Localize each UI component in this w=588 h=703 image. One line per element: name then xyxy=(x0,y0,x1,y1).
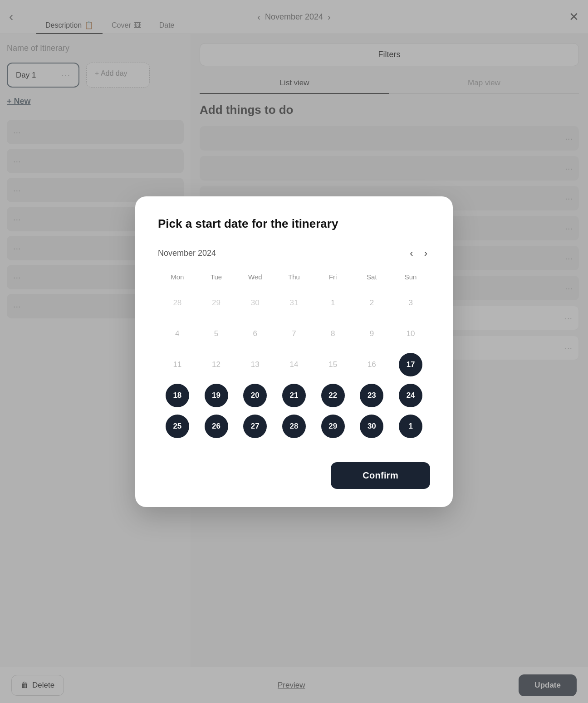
calendar-day[interactable]: 7 xyxy=(282,322,306,346)
weekday-thu: Thu xyxy=(274,269,314,288)
prev-month-button[interactable]: ‹ xyxy=(407,247,416,260)
calendar-day[interactable]: 25 xyxy=(166,415,189,438)
calendar-day-cell: 4 xyxy=(158,318,197,349)
calendar-week-row: 11121314151617 xyxy=(158,349,430,380)
calendar-day-cell: 24 xyxy=(391,380,430,411)
calendar-day[interactable]: 21 xyxy=(282,384,306,407)
calendar-day[interactable]: 31 xyxy=(282,291,306,315)
calendar-day[interactable]: 3 xyxy=(399,291,422,315)
calendar-day[interactable]: 10 xyxy=(399,322,422,346)
modal-overlay: Pick a start date for the itinerary Nove… xyxy=(0,0,588,703)
calendar-day[interactable]: 17 xyxy=(399,353,422,376)
calendar-day[interactable]: 29 xyxy=(321,415,345,438)
calendar-week-row: 45678910 xyxy=(158,318,430,349)
calendar-day[interactable]: 13 xyxy=(243,353,267,376)
calendar-weekday-row: Mon Tue Wed Thu Fri Sat Sun xyxy=(158,269,430,288)
calendar-day-cell: 30 xyxy=(353,411,392,442)
calendar-day-cell: 27 xyxy=(235,411,274,442)
calendar-day[interactable]: 5 xyxy=(205,322,228,346)
calendar-day[interactable]: 14 xyxy=(282,353,306,376)
calendar-day[interactable]: 8 xyxy=(321,322,345,346)
weekday-sun: Sun xyxy=(391,269,430,288)
calendar-navigation: ‹ › xyxy=(407,247,430,260)
calendar-day[interactable]: 6 xyxy=(243,322,267,346)
calendar-day-cell: 9 xyxy=(353,318,392,349)
confirm-label: Confirm xyxy=(363,470,398,480)
calendar-day-cell: 28 xyxy=(274,411,314,442)
calendar-day[interactable]: 23 xyxy=(360,384,383,407)
calendar-day-cell: 21 xyxy=(274,380,314,411)
calendar-day-cell: 11 xyxy=(158,349,197,380)
calendar-day-cell: 6 xyxy=(235,318,274,349)
calendar-day-cell: 8 xyxy=(314,318,353,349)
calendar-day-cell: 12 xyxy=(197,349,236,380)
calendar-day-cell: 30 xyxy=(235,288,274,318)
calendar-day[interactable]: 18 xyxy=(166,384,189,407)
calendar-day-cell: 7 xyxy=(274,318,314,349)
calendar-day[interactable]: 19 xyxy=(205,384,228,407)
calendar-day[interactable]: 15 xyxy=(321,353,345,376)
confirm-section: Confirm xyxy=(158,462,430,489)
weekday-sat: Sat xyxy=(353,269,392,288)
modal-title: Pick a start date for the itinerary xyxy=(158,217,430,231)
calendar-day-cell: 19 xyxy=(197,380,236,411)
calendar-day[interactable]: 28 xyxy=(282,415,306,438)
calendar-day-cell: 2 xyxy=(353,288,392,318)
calendar-day-cell: 29 xyxy=(314,411,353,442)
next-month-button[interactable]: › xyxy=(421,247,430,260)
weekday-fri: Fri xyxy=(314,269,353,288)
calendar-day[interactable]: 1 xyxy=(399,415,422,438)
calendar-day-cell: 28 xyxy=(158,288,197,318)
calendar-day-cell: 20 xyxy=(235,380,274,411)
calendar-day-cell: 31 xyxy=(274,288,314,318)
calendar-day-cell: 29 xyxy=(197,288,236,318)
calendar-week-row: 2526272829301 xyxy=(158,411,430,442)
calendar-day[interactable]: 24 xyxy=(399,384,422,407)
calendar-day[interactable]: 30 xyxy=(360,415,383,438)
calendar-day[interactable]: 1 xyxy=(321,291,345,315)
calendar-week-row: 18192021222324 xyxy=(158,380,430,411)
calendar-day-cell: 17 xyxy=(391,349,430,380)
calendar-day-cell: 15 xyxy=(314,349,353,380)
calendar-day-cell: 5 xyxy=(197,318,236,349)
calendar-day-cell: 13 xyxy=(235,349,274,380)
weekday-wed: Wed xyxy=(235,269,274,288)
calendar-day[interactable]: 16 xyxy=(360,353,383,376)
calendar-day-cell: 10 xyxy=(391,318,430,349)
calendar-grid: Mon Tue Wed Thu Fri Sat Sun 282930311234… xyxy=(158,269,430,442)
calendar-day-cell: 1 xyxy=(391,411,430,442)
calendar-day-cell: 18 xyxy=(158,380,197,411)
date-picker-modal: Pick a start date for the itinerary Nove… xyxy=(135,196,453,507)
calendar-day-cell: 26 xyxy=(197,411,236,442)
calendar: November 2024 ‹ › Mon Tue Wed Thu Fri Sa… xyxy=(158,247,430,442)
calendar-day[interactable]: 12 xyxy=(205,353,228,376)
calendar-day[interactable]: 29 xyxy=(205,291,228,315)
calendar-day[interactable]: 11 xyxy=(166,353,189,376)
calendar-day-cell: 14 xyxy=(274,349,314,380)
calendar-day-cell: 3 xyxy=(391,288,430,318)
confirm-button[interactable]: Confirm xyxy=(331,462,430,489)
calendar-day-cell: 23 xyxy=(353,380,392,411)
calendar-day[interactable]: 20 xyxy=(243,384,267,407)
calendar-day-cell: 1 xyxy=(314,288,353,318)
calendar-day[interactable]: 26 xyxy=(205,415,228,438)
calendar-day[interactable]: 9 xyxy=(360,322,383,346)
calendar-day[interactable]: 2 xyxy=(360,291,383,315)
calendar-header: November 2024 ‹ › xyxy=(158,247,430,260)
weekday-mon: Mon xyxy=(158,269,197,288)
calendar-body: 2829303112345678910111213141516171819202… xyxy=(158,288,430,442)
calendar-day-cell: 16 xyxy=(353,349,392,380)
calendar-day-cell: 25 xyxy=(158,411,197,442)
calendar-month-label: November 2024 xyxy=(158,249,216,258)
calendar-day[interactable]: 28 xyxy=(166,291,189,315)
calendar-day[interactable]: 27 xyxy=(243,415,267,438)
calendar-day-cell: 22 xyxy=(314,380,353,411)
calendar-day[interactable]: 22 xyxy=(321,384,345,407)
calendar-week-row: 28293031123 xyxy=(158,288,430,318)
calendar-day[interactable]: 30 xyxy=(243,291,267,315)
weekday-tue: Tue xyxy=(197,269,236,288)
calendar-day[interactable]: 4 xyxy=(166,322,189,346)
